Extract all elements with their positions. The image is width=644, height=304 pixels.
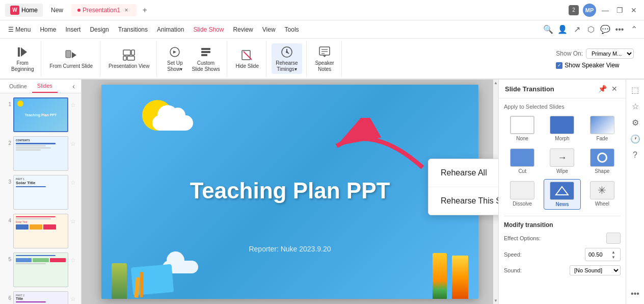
slide-item[interactable]: 4 Enter Text ☆ xyxy=(3,213,78,249)
presentation-view-label: Presentation View xyxy=(109,63,149,69)
transition-morph[interactable]: Morph xyxy=(544,114,580,143)
menu-view[interactable]: View xyxy=(258,24,280,35)
new-tab-label: New xyxy=(51,7,63,14)
minimize-button[interactable]: — xyxy=(600,5,610,15)
right-tool-3[interactable]: ⚙ xyxy=(628,115,642,130)
show-on-select[interactable]: Primary M... xyxy=(586,48,634,59)
panel-close-button[interactable]: ✕ xyxy=(609,84,620,94)
close-button[interactable]: ✕ xyxy=(629,5,639,15)
transition-news[interactable]: News xyxy=(544,179,580,210)
rehearse-this-slide-option[interactable]: Rehearse This Slide xyxy=(428,187,498,215)
slide-star: ☆ xyxy=(70,175,76,186)
slide-item[interactable]: 5 ☆ xyxy=(3,251,78,288)
more-icon[interactable]: ••• xyxy=(613,23,626,36)
transition-fade[interactable]: Fade xyxy=(584,114,621,143)
add-tab-button[interactable]: + xyxy=(139,4,151,16)
from-beginning-button[interactable]: FromBeginning xyxy=(8,43,37,74)
collapse-panel-button[interactable]: ‹ xyxy=(70,80,77,92)
slide-item[interactable]: 3 PART 1 Solar Title ☆ xyxy=(3,174,78,211)
speaker-view-checkbox[interactable]: ✓ xyxy=(556,62,562,69)
ribbon-group-start: FromBeginning xyxy=(4,41,41,77)
slide-item[interactable]: 6 PART 2 Title ☆ xyxy=(3,290,78,304)
scroll-up-button[interactable]: ▲ xyxy=(494,81,498,85)
transition-wipe[interactable]: → Wipe xyxy=(544,146,580,176)
menu-hamburger[interactable]: ☰ Menu xyxy=(4,24,35,35)
speed-down-button[interactable]: ▼ xyxy=(610,255,617,260)
tab-close-button[interactable]: × xyxy=(122,6,130,14)
new-tab[interactable]: New xyxy=(45,5,69,16)
wps-logo: W xyxy=(10,6,19,15)
right-tool-1[interactable]: ⬚ xyxy=(628,83,642,97)
red-arrow-indicator xyxy=(331,118,428,174)
speed-spinner[interactable]: ▲ ▼ xyxy=(610,249,617,260)
svg-rect-11 xyxy=(201,54,207,56)
forward-icon[interactable]: ↗ xyxy=(571,23,583,36)
custom-shows-button[interactable]: CustomSlide Shows xyxy=(189,43,223,74)
svg-rect-4 xyxy=(123,50,130,55)
menu-transitions[interactable]: Transitions xyxy=(114,24,152,35)
sound-select[interactable]: [No Sound] xyxy=(570,265,621,275)
transition-none[interactable]: None xyxy=(504,114,541,143)
svg-marker-24 xyxy=(556,187,568,195)
slide-item[interactable]: 2 CONTENTS ☆ xyxy=(3,135,78,172)
outline-tab[interactable]: Outline xyxy=(4,80,32,92)
transition-shape[interactable]: Shape xyxy=(584,146,621,176)
slide-star: ☆ xyxy=(70,97,76,109)
menu-design[interactable]: Design xyxy=(86,24,113,35)
slide-thumbnail xyxy=(13,252,68,287)
collapse-icon[interactable]: ⌃ xyxy=(628,23,640,36)
menu-slideshow[interactable]: Slide Show xyxy=(189,24,228,35)
presentation-view-button[interactable]: Presentation View xyxy=(105,46,152,71)
menu-animation[interactable]: Animation xyxy=(153,24,188,35)
home-tab[interactable]: W Home xyxy=(5,4,43,17)
menu-home[interactable]: Home xyxy=(36,24,60,35)
slide-list: 1 Teaching Plan PPT ☆ 2 CONTENTS ☆ xyxy=(0,93,81,304)
setup-show-button[interactable]: Set UpShow▾ xyxy=(162,43,187,74)
presentation-tab[interactable]: Presentation1 × xyxy=(71,4,137,16)
right-tool-more[interactable]: ••• xyxy=(628,287,642,301)
slide-number: 5 xyxy=(4,252,11,262)
rehearse-timings-button[interactable]: RehearseTimings▾ xyxy=(272,43,302,74)
sound-row: Sound: [No Sound] xyxy=(504,265,621,275)
panel-pin-button[interactable]: 📌 xyxy=(597,84,607,94)
export-icon[interactable]: ⬡ xyxy=(585,23,597,36)
speed-value: 00.50 xyxy=(588,251,603,258)
slides-tab[interactable]: Slides xyxy=(32,80,58,93)
transition-dissolve[interactable]: Dissolve xyxy=(504,179,541,210)
ribbon-group-speaker: SpeakerNotes xyxy=(308,41,342,77)
rehearse-timings-icon xyxy=(280,45,294,59)
svg-rect-6 xyxy=(123,56,126,60)
speed-input[interactable]: 00.50 ▲ ▼ xyxy=(585,248,621,261)
scroll-down-button[interactable]: ▼ xyxy=(494,298,498,303)
menu-review[interactable]: Review xyxy=(229,24,257,35)
custom-shows-label: CustomSlide Shows xyxy=(192,60,220,72)
speaker-notes-label: SpeakerNotes xyxy=(315,60,334,72)
comment-icon[interactable]: 💬 xyxy=(599,23,611,36)
speaker-view-checkbox-row[interactable]: ✓ Show Speaker View xyxy=(556,62,634,69)
from-current-button[interactable]: From Current Slide xyxy=(46,46,95,71)
cut-icon xyxy=(510,148,534,167)
menu-tools[interactable]: Tools xyxy=(281,24,303,35)
slide-item[interactable]: 1 Teaching Plan PPT ☆ xyxy=(3,96,78,133)
effect-options-button[interactable] xyxy=(606,233,621,244)
menu-bar: ☰ Menu Home Insert Design Transitions An… xyxy=(0,20,644,39)
slide-main-title: Teaching Plan PPT xyxy=(190,178,390,204)
speaker-notes-button[interactable]: SpeakerNotes xyxy=(312,43,337,74)
right-tool-4[interactable]: 🕐 xyxy=(628,132,642,146)
share-icon[interactable]: 👤 xyxy=(556,23,569,36)
svg-rect-9 xyxy=(201,48,210,50)
right-tool-5[interactable]: ? xyxy=(628,148,642,162)
transition-cut[interactable]: Cut xyxy=(504,146,541,176)
slide-thumbnail: Enter Text xyxy=(13,214,68,248)
search-icon[interactable]: 🔍 xyxy=(542,23,554,36)
rehearse-all-option[interactable]: Rehearse All xyxy=(428,159,498,187)
transition-wheel[interactable]: ✳ Wheel xyxy=(584,179,621,210)
dissolve-icon xyxy=(510,181,534,199)
speed-up-button[interactable]: ▲ xyxy=(610,249,617,255)
menu-insert[interactable]: Insert xyxy=(61,24,85,35)
slide-panel: Outline Slides ‹ 1 Teaching Plan PPT ☆ 2… xyxy=(0,80,82,304)
right-tool-2[interactable]: ☆ xyxy=(628,99,642,113)
transition-grid: None Morph Fade Cut xyxy=(504,114,621,210)
maximize-button[interactable]: ❐ xyxy=(614,5,625,15)
hide-slide-button[interactable]: Hide Slide xyxy=(232,46,262,71)
